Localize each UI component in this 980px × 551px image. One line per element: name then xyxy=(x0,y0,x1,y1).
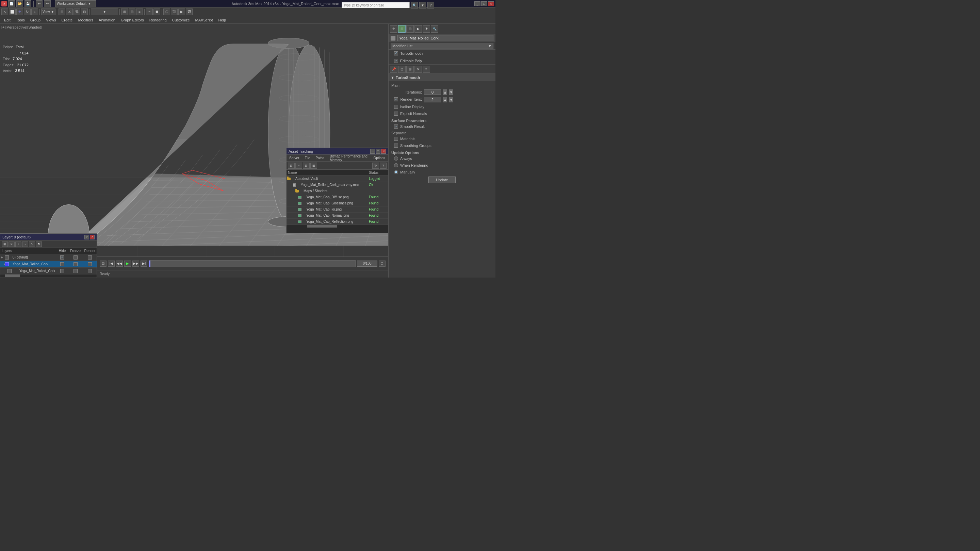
search-btn[interactable]: 🔍 xyxy=(411,2,418,8)
iterations-spinner-up[interactable]: ▲ xyxy=(443,89,447,95)
snap-btn[interactable]: ⊞ xyxy=(59,8,65,15)
turbosmooth-header[interactable]: ▼ TurboSmooth xyxy=(388,74,495,81)
menu-customize[interactable]: Customize xyxy=(169,16,192,24)
configure-modifier-btn[interactable]: ≡ xyxy=(423,66,430,73)
tb-undo[interactable]: ↩ xyxy=(36,0,43,7)
tb-open[interactable]: 📂 xyxy=(16,0,23,7)
modifier-editable-poly[interactable]: ✓ Editable Poly xyxy=(388,57,495,65)
layer-yogamat-toggle[interactable]: ▶ xyxy=(0,263,4,266)
motion-tab[interactable]: ▶ xyxy=(414,25,422,33)
asset-close-btn[interactable]: ✕ xyxy=(381,149,386,154)
prev-frame-btn[interactable]: |◀ xyxy=(108,260,115,267)
isoline-checkbox[interactable] xyxy=(394,105,398,109)
menu-create[interactable]: Create xyxy=(59,16,75,24)
asset-tb-server[interactable]: ⊟ xyxy=(288,163,295,169)
remove-modifier-btn[interactable]: ✕ xyxy=(414,66,422,73)
hierarchy-tab[interactable]: ⊟ xyxy=(406,25,414,33)
yogamat-freeze-chk[interactable] xyxy=(73,262,78,266)
render-btn[interactable]: ▶ xyxy=(178,8,185,15)
asset-row-glossines[interactable]: Yoga_Mat_Cap_Glossines.png Found xyxy=(286,200,388,206)
menu-help[interactable]: Help xyxy=(216,16,229,24)
asset-tb-table[interactable]: ▦ xyxy=(310,163,317,169)
modify-tab[interactable]: ⊞ xyxy=(398,25,406,33)
asset-tb-thumb[interactable]: ⊞ xyxy=(303,163,310,169)
tb-redo[interactable]: ↪ xyxy=(44,0,51,7)
next-frame-btn[interactable]: ▶| xyxy=(140,260,147,267)
next-key-btn[interactable]: ▶▶ xyxy=(132,260,139,267)
material-editor-btn[interactable]: ⬡ xyxy=(163,8,170,15)
child-freeze-chk[interactable] xyxy=(73,269,78,273)
spinner-snap-btn[interactable]: ⊡ xyxy=(81,8,88,15)
layer-highlight-btn[interactable]: ⚑ xyxy=(36,241,42,247)
asset-menu-file[interactable]: File xyxy=(302,155,313,162)
modifier-turbosmooth[interactable]: ✓ TurboSmooth xyxy=(388,50,495,57)
help-btn[interactable]: ? xyxy=(427,2,434,8)
asset-menu-paths[interactable]: Paths xyxy=(313,155,327,162)
asset-menu-bitmap[interactable]: Bitmap Performance and Memory xyxy=(327,155,371,162)
show-end-result-btn[interactable]: ⊡ xyxy=(398,66,406,73)
named-sel-btn[interactable]: ▼ xyxy=(91,8,118,15)
search-options-btn[interactable]: ▼ xyxy=(419,2,426,8)
asset-row-normal[interactable]: Yoga_Mat_Cap_Normal.png Found xyxy=(286,213,388,219)
display-tab[interactable]: 👁 xyxy=(423,25,430,33)
asset-tb-help[interactable]: ? xyxy=(380,163,387,169)
asset-row-ior[interactable]: Yoga_Mat_Cap_ior.png Found xyxy=(286,206,388,213)
percent-snap-btn[interactable]: % xyxy=(73,8,80,15)
viewport-label[interactable]: [+][Perspective][Shaded] xyxy=(2,25,42,29)
always-radio[interactable] xyxy=(394,156,398,160)
asset-menu-server[interactable]: Server xyxy=(286,155,302,162)
layers-close-btn[interactable]: ✕ xyxy=(90,235,95,240)
play-btn[interactable]: ▶ xyxy=(124,260,131,267)
timeline-bar[interactable] xyxy=(149,260,356,267)
iterations-spinner-dn[interactable]: ▼ xyxy=(449,89,453,95)
render-iters-value[interactable]: 2 xyxy=(424,97,441,102)
time-config-btn[interactable]: ⏱ xyxy=(379,260,385,267)
default-hide-chk[interactable]: ✓ xyxy=(60,256,64,259)
layer-default-toggle[interactable]: ▶ xyxy=(0,256,4,259)
menu-maxscript[interactable]: MAXScript xyxy=(192,16,216,24)
create-tab[interactable]: ✛ xyxy=(390,25,398,33)
update-button[interactable]: Update xyxy=(428,176,456,183)
menu-graph-editors[interactable]: Graph Editors xyxy=(118,16,147,24)
menu-animation[interactable]: Animation xyxy=(96,16,118,24)
render-frame-btn[interactable]: 🖼 xyxy=(186,8,192,15)
turbosmooth-checkbox[interactable]: ✓ xyxy=(394,51,398,56)
asset-row-vault[interactable]: Autodesk Vault Logged xyxy=(286,176,388,182)
asset-row-maxfile[interactable]: Yoga_Mat_Rolled_Cork_max vray.max Ok xyxy=(286,182,388,188)
render-iters-spinner-dn[interactable]: ▼ xyxy=(449,97,453,102)
layer-child-vis[interactable] xyxy=(8,269,11,273)
asset-scrollbar[interactable] xyxy=(286,225,388,227)
editablepoly-checkbox[interactable]: ✓ xyxy=(394,59,398,63)
asset-row-reflection[interactable]: Yoga_Mat_Cap_Reflection.png Found xyxy=(286,219,388,225)
yogamat-render-chk[interactable] xyxy=(88,262,92,266)
asset-row-diffuse[interactable]: Yoga_Mat_Cap_Diffuse.png Found xyxy=(286,194,388,200)
mirror-btn[interactable]: ⊞ xyxy=(121,8,128,15)
align-btn[interactable]: ⊟ xyxy=(129,8,135,15)
layer-row-yogamat-child[interactable]: Yoga_Mat_Rolled_Cork xyxy=(0,268,97,275)
schematic-btn[interactable]: ⬢ xyxy=(153,8,160,15)
scale-btn[interactable]: ⬦ xyxy=(31,8,38,15)
smoothing-groups-checkbox[interactable] xyxy=(394,143,398,148)
angle-snap-btn[interactable]: ∠ xyxy=(66,8,73,15)
layer-row-yogamat[interactable]: ▶ Yoga_Mat_Rolled_Cork xyxy=(0,261,97,268)
manually-radio[interactable] xyxy=(394,170,398,174)
render-setup-btn[interactable]: 🎬 xyxy=(171,8,178,15)
render-iters-spinner-up[interactable]: ▲ xyxy=(443,97,447,102)
maximize-btn[interactable]: □ xyxy=(481,2,487,6)
menu-modifiers[interactable]: Modifiers xyxy=(75,16,96,24)
layers-scrollbar[interactable] xyxy=(0,275,97,277)
search-input[interactable] xyxy=(342,2,410,8)
materials-checkbox[interactable] xyxy=(394,137,398,141)
layer-default-vis[interactable] xyxy=(5,256,9,259)
close-btn[interactable]: ✕ xyxy=(488,2,494,6)
layer-remove-obj-btn[interactable]: - xyxy=(22,241,28,247)
layer-yogamat-vis[interactable] xyxy=(5,262,9,266)
minimize-btn[interactable]: _ xyxy=(474,2,480,6)
key-mode-btn[interactable]: ⊡ xyxy=(100,260,107,267)
modifier-list-dropdown[interactable]: Modifier List ▼ xyxy=(391,43,493,49)
menu-tools[interactable]: Tools xyxy=(13,16,27,24)
child-hide-chk[interactable] xyxy=(60,269,64,273)
asset-restore-btn[interactable]: □ xyxy=(375,149,380,154)
asset-minimize-btn[interactable]: ─ xyxy=(370,149,375,154)
asset-tb-list[interactable]: ≡ xyxy=(295,163,302,169)
